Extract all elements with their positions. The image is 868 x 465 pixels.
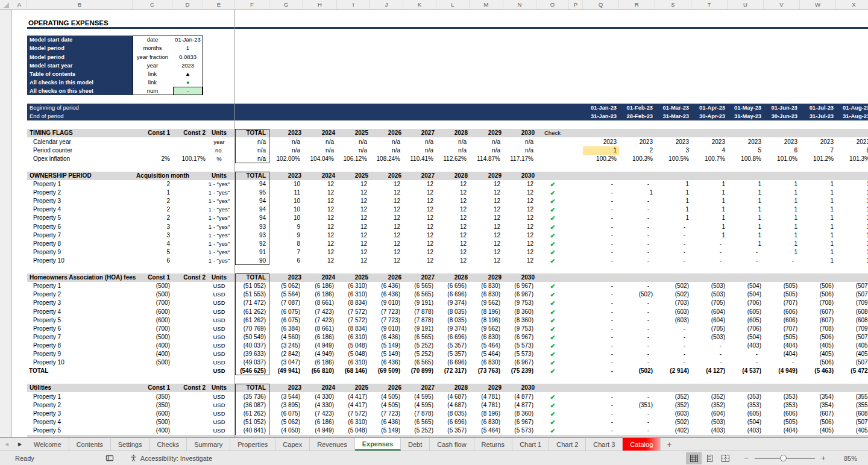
cell-H38[interactable]: (8 661) <box>303 325 337 333</box>
column-header-Q[interactable]: Q <box>583 0 619 9</box>
cell-N26[interactable]: 12 <box>503 223 536 231</box>
cell-H39[interactable]: (6 186) <box>303 333 337 342</box>
column-header-T[interactable]: T <box>691 0 728 9</box>
cell-I30[interactable]: 12 <box>337 257 370 265</box>
cell-T21[interactable]: 1 <box>691 180 728 189</box>
cell-K46[interactable]: (4 595) <box>403 393 436 401</box>
cell-S21[interactable]: 1 <box>655 180 691 189</box>
cell-M29[interactable]: 12 <box>470 248 503 257</box>
period-begin-date[interactable]: 01-Feb-23 <box>619 104 655 112</box>
cell-F25[interactable]: 94 <box>236 214 268 222</box>
cell-J16[interactable]: n/a <box>370 138 403 146</box>
cell-F28[interactable]: 92 <box>236 240 268 248</box>
cell-G41[interactable]: (2 842) <box>269 350 303 358</box>
cell-B36[interactable]: Property 4 <box>33 308 124 316</box>
column-header-B[interactable]: B <box>27 0 133 9</box>
cell-W41[interactable]: (405) <box>800 350 836 358</box>
cell-N35[interactable]: (9 753) <box>503 299 536 307</box>
cell-T43[interactable]: (4 127) <box>691 367 728 375</box>
cell-U42[interactable]: - <box>728 358 764 367</box>
cell-S29[interactable]: - <box>655 248 691 257</box>
cell-S33[interactable]: (502) <box>655 282 691 290</box>
cell-J40[interactable]: (5 149) <box>370 342 403 350</box>
check-icon[interactable]: ✔ <box>536 350 569 358</box>
cell-G47[interactable]: (3 895) <box>269 401 303 410</box>
cell-B24[interactable]: Property 4 <box>33 205 124 214</box>
cell-V24[interactable]: 1 <box>764 205 800 214</box>
cell-B50[interactable]: Property 5 <box>33 426 124 435</box>
cell-X42[interactable]: (507) <box>836 358 868 367</box>
cell-T18[interactable]: 100.7% <box>691 155 728 163</box>
cell-K33[interactable]: (6 565) <box>403 282 436 290</box>
cell-I35[interactable]: (8 834) <box>337 299 370 307</box>
cell-J33[interactable]: (6 436) <box>370 282 403 290</box>
cell-F36[interactable]: (61 262) <box>236 308 268 316</box>
cell-L43[interactable]: (72 317) <box>436 367 470 375</box>
cell-H42[interactable]: (6 186) <box>303 358 337 367</box>
cell-T37[interactable]: (604) <box>691 316 728 325</box>
sheet-tab-welcome[interactable]: Welcome <box>27 438 69 451</box>
period-begin-date[interactable]: 01-Aug-23 <box>836 104 868 112</box>
cell-B38[interactable]: Property 6 <box>33 325 124 333</box>
cell-V16[interactable]: 2023 <box>764 138 800 146</box>
cell-W48[interactable]: (607) <box>800 410 836 418</box>
cell-V36[interactable]: (606) <box>764 308 800 316</box>
cell-N39[interactable]: (6 967) <box>503 333 536 342</box>
cell-R38[interactable]: - <box>619 325 655 333</box>
cell-Q49[interactable]: - <box>583 418 619 426</box>
cell-J35[interactable]: (9 010) <box>370 299 403 307</box>
cell-H43[interactable]: (66 810) <box>303 367 337 375</box>
cell-F27[interactable]: 93 <box>236 231 268 240</box>
cell-V49[interactable]: (505) <box>764 418 800 426</box>
cell-T28[interactable]: - <box>691 240 728 248</box>
cell-S43[interactable]: (2 914) <box>655 367 691 375</box>
cell-H17[interactable]: n/a <box>303 146 337 155</box>
cell-U48[interactable]: (605) <box>728 410 764 418</box>
cell-M36[interactable]: (8 196) <box>470 308 503 316</box>
cell-M22[interactable]: 12 <box>470 189 503 197</box>
sheet-tab-returns[interactable]: Returns <box>474 438 513 451</box>
cell-U35[interactable]: (706) <box>728 299 764 307</box>
cell-F41[interactable]: (39 633) <box>236 350 268 358</box>
cell-F39[interactable]: (50 549) <box>236 333 268 342</box>
cell-G27[interactable]: 9 <box>269 231 303 240</box>
cell-F16[interactable]: n/a <box>236 138 268 146</box>
zoom-slider[interactable] <box>755 452 815 464</box>
cell-U50[interactable]: (403) <box>728 426 764 435</box>
cell-X41[interactable]: (405) <box>836 350 868 358</box>
cell-V47[interactable]: (353) <box>764 401 800 410</box>
cell-N18[interactable]: 117.17% <box>503 155 536 163</box>
cell-J29[interactable]: 12 <box>370 248 403 257</box>
cell-W46[interactable]: (354) <box>800 393 836 401</box>
cell-J43[interactable]: (69 509) <box>370 367 403 375</box>
cell-R21[interactable]: - <box>619 180 655 189</box>
cell-L26[interactable]: 12 <box>436 223 470 231</box>
cell-Q24[interactable]: - <box>583 205 619 214</box>
cell-H28[interactable]: 12 <box>303 240 337 248</box>
cell-X35[interactable]: (709) <box>836 299 868 307</box>
cell-H23[interactable]: 12 <box>303 197 337 205</box>
cell-S16[interactable]: 2023 <box>655 138 691 146</box>
cell-U43[interactable]: (4 537) <box>728 367 764 375</box>
cell-V48[interactable]: (606) <box>764 410 800 418</box>
cell-S25[interactable]: 1 <box>655 214 691 222</box>
cell-K48[interactable]: (7 878) <box>403 410 436 418</box>
period-end-date[interactable]: 31-Mar-23 <box>655 112 691 120</box>
cell-I48[interactable]: (7 572) <box>337 410 370 418</box>
cell-N46[interactable]: (4 877) <box>503 393 536 401</box>
cell-W50[interactable]: (405) <box>800 426 836 435</box>
cell-L36[interactable]: (8 035) <box>436 308 470 316</box>
cell-L41[interactable]: (5 357) <box>436 350 470 358</box>
tab-scroll-right-button[interactable]: ▶ <box>13 438 27 451</box>
column-header-N[interactable]: N <box>503 0 536 9</box>
cell-J36[interactable]: (7 723) <box>370 308 403 316</box>
cell-F29[interactable]: 91 <box>236 248 268 257</box>
cell-M24[interactable]: 12 <box>470 205 503 214</box>
cell-G22[interactable]: 11 <box>269 189 303 197</box>
cell-Q36[interactable]: - <box>583 308 619 316</box>
cell-H36[interactable]: (7 423) <box>303 308 337 316</box>
cell-V41[interactable]: (404) <box>764 350 800 358</box>
cell-V26[interactable]: 1 <box>764 223 800 231</box>
cell-L30[interactable]: 12 <box>436 257 470 265</box>
cell-L27[interactable]: 12 <box>436 231 470 240</box>
